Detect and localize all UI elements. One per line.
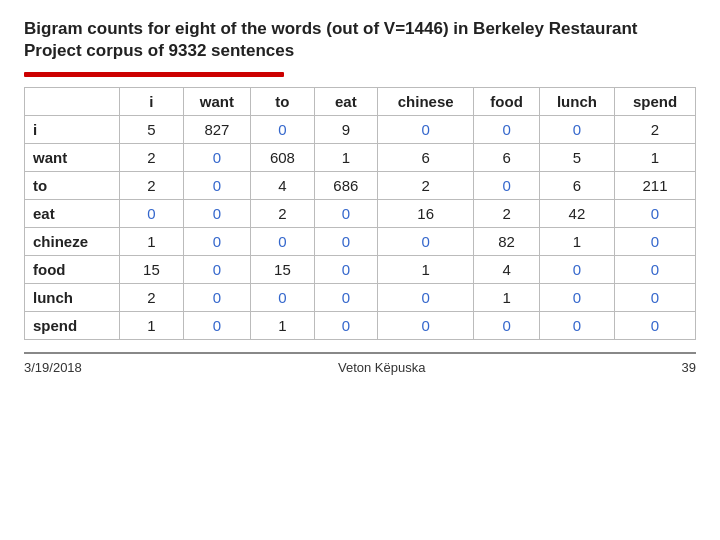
cell-spend-lunch: 0 [539,312,614,340]
cell-to-spend: 211 [615,172,696,200]
cell-want-chinese: 6 [378,144,474,172]
cell-chineze-chinese: 0 [378,228,474,256]
footer-author: Veton Këpuska [338,360,425,375]
cell-i-eat: 9 [314,116,377,144]
footer: 3/19/2018 Veton Këpuska 39 [24,352,696,375]
header-col-eat: eat [314,88,377,116]
cell-want-to: 608 [251,144,314,172]
cell-chineze-eat: 0 [314,228,377,256]
table-row: spend10100000 [25,312,696,340]
cell-food-chinese: 1 [378,256,474,284]
table-body: i5827090002want2060816651to204686206211e… [25,116,696,340]
cell-food-food: 4 [474,256,539,284]
cell-to-lunch: 6 [539,172,614,200]
cell-want-i: 2 [120,144,183,172]
cell-eat-spend: 0 [615,200,696,228]
cell-to-to: 4 [251,172,314,200]
cell-eat-i: 0 [120,200,183,228]
cell-spend-spend: 0 [615,312,696,340]
cell-want-spend: 1 [615,144,696,172]
cell-food-spend: 0 [615,256,696,284]
cell-want-lunch: 5 [539,144,614,172]
cell-want-eat: 1 [314,144,377,172]
cell-lunch-chinese: 0 [378,284,474,312]
cell-i-spend: 2 [615,116,696,144]
cell-lunch-spend: 0 [615,284,696,312]
cell-chineze-spend: 0 [615,228,696,256]
row-label-chineze: chineze [25,228,120,256]
cell-i-i: 5 [120,116,183,144]
cell-lunch-food: 1 [474,284,539,312]
table-row: chineze100008210 [25,228,696,256]
cell-lunch-lunch: 0 [539,284,614,312]
table-row: i5827090002 [25,116,696,144]
cell-want-food: 6 [474,144,539,172]
red-bar [24,72,284,77]
cell-spend-eat: 0 [314,312,377,340]
cell-chineze-food: 82 [474,228,539,256]
cell-food-eat: 0 [314,256,377,284]
header-col-spend: spend [615,88,696,116]
footer-page: 39 [682,360,696,375]
cell-to-chinese: 2 [378,172,474,200]
cell-spend-want: 0 [183,312,251,340]
cell-i-to: 0 [251,116,314,144]
cell-i-food: 0 [474,116,539,144]
row-label-lunch: lunch [25,284,120,312]
cell-to-want: 0 [183,172,251,200]
row-label-eat: eat [25,200,120,228]
cell-eat-want: 0 [183,200,251,228]
row-label-to: to [25,172,120,200]
cell-lunch-eat: 0 [314,284,377,312]
header-col-chinese: chinese [378,88,474,116]
cell-food-lunch: 0 [539,256,614,284]
cell-eat-eat: 0 [314,200,377,228]
header-empty [25,88,120,116]
cell-lunch-i: 2 [120,284,183,312]
cell-chineze-to: 0 [251,228,314,256]
cell-lunch-want: 0 [183,284,251,312]
cell-lunch-to: 0 [251,284,314,312]
cell-food-want: 0 [183,256,251,284]
cell-spend-food: 0 [474,312,539,340]
header-col-to: to [251,88,314,116]
header-col-i: i [120,88,183,116]
header-col-want: want [183,88,251,116]
cell-i-lunch: 0 [539,116,614,144]
cell-chineze-lunch: 1 [539,228,614,256]
table-row: food1501501400 [25,256,696,284]
title: Bigram counts for eight of the words (ou… [24,18,696,62]
cell-food-i: 15 [120,256,183,284]
row-label-i: i [25,116,120,144]
row-label-spend: spend [25,312,120,340]
cell-eat-chinese: 16 [378,200,474,228]
cell-eat-to: 2 [251,200,314,228]
cell-to-food: 0 [474,172,539,200]
bigram-table: iwanttoeatchinesefoodlunchspend i5827090… [24,87,696,340]
cell-i-want: 827 [183,116,251,144]
table-row: want2060816651 [25,144,696,172]
cell-eat-food: 2 [474,200,539,228]
row-label-food: food [25,256,120,284]
cell-chineze-want: 0 [183,228,251,256]
cell-spend-i: 1 [120,312,183,340]
cell-spend-to: 1 [251,312,314,340]
table-row: eat0020162420 [25,200,696,228]
cell-i-chinese: 0 [378,116,474,144]
footer-date: 3/19/2018 [24,360,82,375]
cell-chineze-i: 1 [120,228,183,256]
row-label-want: want [25,144,120,172]
cell-to-i: 2 [120,172,183,200]
cell-eat-lunch: 42 [539,200,614,228]
cell-want-want: 0 [183,144,251,172]
cell-spend-chinese: 0 [378,312,474,340]
table-row: to204686206211 [25,172,696,200]
cell-to-eat: 686 [314,172,377,200]
table-row: lunch20000100 [25,284,696,312]
header-col-food: food [474,88,539,116]
cell-food-to: 15 [251,256,314,284]
header-col-lunch: lunch [539,88,614,116]
table-header: iwanttoeatchinesefoodlunchspend [25,88,696,116]
